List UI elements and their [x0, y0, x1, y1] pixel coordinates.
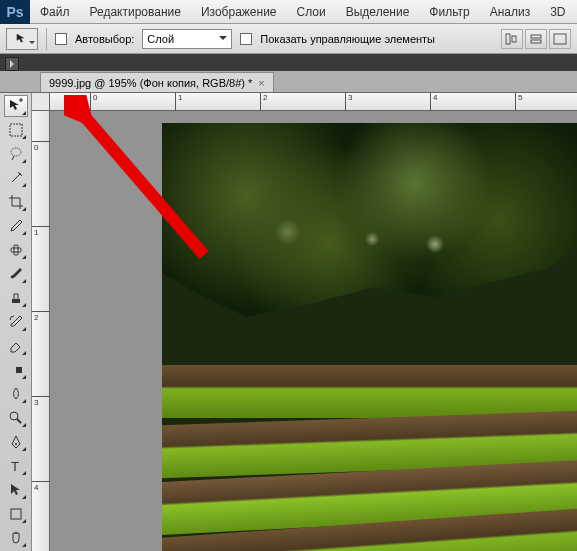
svg-rect-8	[11, 248, 21, 252]
show-controls-checkbox[interactable]	[240, 33, 252, 45]
svg-point-7	[19, 173, 21, 175]
ruler-tick: 5	[515, 93, 522, 111]
history-brush-tool[interactable]	[4, 311, 28, 333]
collapse-toolbox-button[interactable]	[5, 57, 19, 71]
document-tab[interactable]: 9999.jpg @ 195% (Фон копия, RGB/8#) * ×	[40, 72, 274, 92]
current-tool-indicator[interactable]	[6, 28, 38, 50]
gradient-tool[interactable]	[4, 359, 28, 381]
type-tool[interactable]: T	[4, 455, 28, 477]
autoselect-label: Автовыбор:	[75, 33, 134, 45]
close-tab-icon[interactable]: ×	[258, 77, 264, 89]
ruler-origin[interactable]	[32, 93, 50, 111]
toolbox: T	[0, 93, 32, 551]
eraser-tool[interactable]	[4, 335, 28, 357]
eyedropper-tool[interactable]	[4, 215, 28, 237]
image-content	[162, 123, 577, 365]
canvas-area[interactable]: 0 1 2 3 4 5 0 1 2 3 4 5	[32, 93, 577, 551]
move-tool[interactable]	[4, 95, 28, 117]
svg-rect-5	[10, 124, 22, 136]
svg-text:T: T	[11, 459, 19, 474]
ruler-tick: 3	[32, 396, 50, 407]
dodge-tool[interactable]	[4, 407, 28, 429]
menu-3d[interactable]: 3D	[540, 0, 575, 24]
move-tool-icon	[15, 32, 29, 46]
svg-point-13	[10, 412, 18, 420]
menu-image[interactable]: Изображение	[191, 0, 287, 24]
autoselect-target-value: Слой	[147, 33, 174, 45]
align-icon[interactable]	[501, 29, 523, 49]
lasso-tool[interactable]	[4, 143, 28, 165]
svg-rect-4	[554, 34, 566, 44]
svg-rect-2	[531, 35, 541, 38]
brush-tool[interactable]	[4, 263, 28, 285]
clone-stamp-tool[interactable]	[4, 287, 28, 309]
hand-tool[interactable]	[4, 527, 28, 549]
pen-tool[interactable]	[4, 431, 28, 453]
crop-tool[interactable]	[4, 191, 28, 213]
menu-filter[interactable]: Фильтр	[419, 0, 479, 24]
ruler-tick: 2	[32, 311, 50, 322]
path-selection-tool[interactable]	[4, 479, 28, 501]
menu-edit[interactable]: Редактирование	[80, 0, 191, 24]
menu-analysis[interactable]: Анализ	[480, 0, 541, 24]
autoselect-checkbox[interactable]	[55, 33, 67, 45]
svg-rect-1	[512, 36, 516, 42]
svg-rect-9	[14, 245, 18, 255]
svg-rect-12	[10, 367, 16, 373]
ruler-tick: 4	[32, 481, 50, 492]
shape-tool[interactable]	[4, 503, 28, 525]
menu-file[interactable]: Файл	[30, 0, 80, 24]
document-title: 9999.jpg @ 195% (Фон копия, RGB/8#) *	[49, 77, 252, 89]
svg-rect-3	[531, 40, 541, 43]
align-icon[interactable]	[549, 29, 571, 49]
options-bar: Автовыбор: Слой Показать управляющие эле…	[0, 24, 577, 54]
ruler-tick: 4	[430, 93, 437, 111]
horizontal-ruler[interactable]: 0 1 2 3 4 5	[50, 93, 577, 111]
ruler-tick: 2	[260, 93, 267, 111]
ruler-tick: 3	[345, 93, 352, 111]
menu-select[interactable]: Выделение	[336, 0, 420, 24]
svg-rect-10	[12, 299, 20, 303]
align-icon[interactable]	[525, 29, 547, 49]
ruler-tick: 0	[32, 141, 50, 152]
canvas-image[interactable]	[162, 123, 577, 551]
svg-rect-16	[11, 509, 21, 519]
svg-point-6	[11, 148, 21, 156]
svg-point-14	[15, 443, 17, 445]
svg-rect-0	[506, 34, 510, 44]
divider	[46, 28, 47, 50]
menu-bar: Ps Файл Редактирование Изображение Слои …	[0, 0, 577, 24]
ruler-tick: 0	[90, 93, 97, 111]
panel-strip	[0, 54, 577, 71]
app-logo: Ps	[0, 0, 30, 24]
ruler-tick: 1	[175, 93, 182, 111]
workspace: T 0 1 2 3 4 5 0 1 2 3 4 5	[0, 93, 577, 551]
marquee-tool[interactable]	[4, 119, 28, 141]
healing-brush-tool[interactable]	[4, 239, 28, 261]
image-content	[162, 365, 577, 418]
autoselect-target-dropdown[interactable]: Слой	[142, 29, 232, 49]
menu-layer[interactable]: Слои	[287, 0, 336, 24]
magic-wand-tool[interactable]	[4, 167, 28, 189]
document-tabs: 9999.jpg @ 195% (Фон копия, RGB/8#) * ×	[0, 71, 577, 93]
align-icons-group	[501, 29, 577, 49]
vertical-ruler[interactable]: 0 1 2 3 4 5	[32, 111, 50, 551]
blur-tool[interactable]	[4, 383, 28, 405]
ruler-tick: 1	[32, 226, 50, 237]
show-controls-label: Показать управляющие элементы	[260, 33, 435, 45]
